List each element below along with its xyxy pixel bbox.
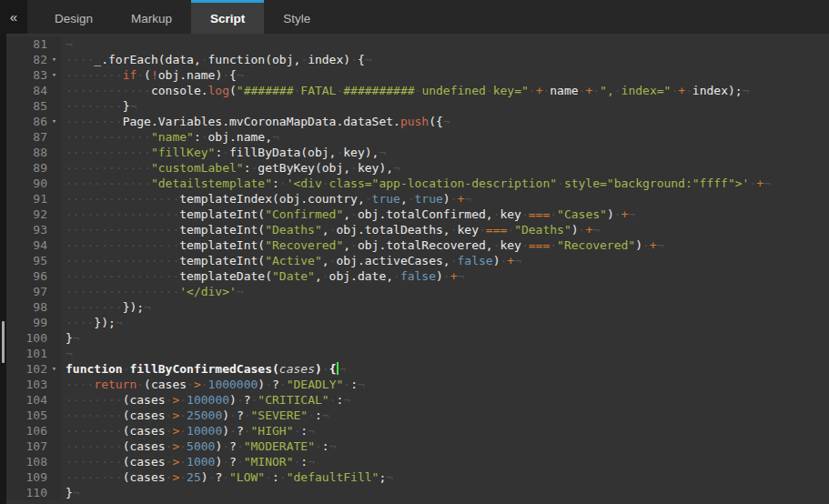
eol-mark: ¬: [458, 269, 465, 283]
code-line[interactable]: 110}¬: [6, 485, 829, 500]
code-lines[interactable]: 81¬82▾····_.forEach(data,·function(obj,·…: [6, 34, 829, 504]
code-token: +: [678, 84, 685, 97]
whitespace-dots: ·: [365, 192, 372, 206]
gutter-cell: 107: [6, 438, 61, 454]
code-token: ,: [400, 192, 408, 206]
whitespace-dots: ················: [66, 207, 179, 221]
whitespace-dots: ········: [66, 115, 123, 128]
whitespace-dots: ·: [279, 470, 287, 484]
whitespace-dots: ·: [393, 269, 400, 283]
fold-spacer: [47, 191, 61, 207]
gutter-cell: 102▾: [6, 361, 61, 377]
code-line[interactable]: 89············"customLabel":·getByKey(ob…: [6, 160, 829, 176]
code-token: >: [194, 378, 201, 391]
code-line[interactable]: 108········(cases·>·1000)·?·"MINOR"·:¬: [6, 454, 829, 469]
line-number: 92: [6, 207, 47, 222]
whitespace-dots: ·: [529, 84, 536, 97]
script-code-editor[interactable]: 81¬82▾····_.forEach(data,·function(obj,·…: [0, 34, 829, 504]
code-line[interactable]: 93················templateInt("Deaths",·…: [6, 222, 829, 237]
code-line[interactable]: 100}¬: [6, 330, 829, 346]
fold-arrow-icon[interactable]: ▾: [47, 361, 61, 377]
whitespace-dots: ·: [222, 470, 229, 484]
scrollbar-track[interactable]: [0, 34, 6, 504]
fold-arrow-icon[interactable]: ▾: [47, 67, 61, 83]
code-line[interactable]: 95················templateInt("Active",·…: [6, 253, 829, 268]
code-token: function: [66, 362, 123, 376]
code-text: ¬: [61, 346, 73, 361]
fold-arrow-icon[interactable]: ▾: [47, 114, 61, 129]
code-line[interactable]: 92················templateInt("Confirmed…: [6, 207, 829, 222]
whitespace-dots: ········: [66, 424, 123, 438]
code-token: "MINOR": [244, 455, 294, 469]
eol-mark: ¬: [628, 207, 635, 221]
code-text: ············console.log("#######·FATAL·#…: [61, 83, 749, 98]
code-line[interactable]: 101¬: [6, 346, 829, 361]
whitespace-dots: ·: [557, 176, 564, 190]
line-number: 106: [6, 423, 47, 438]
whitespace-dots: ·: [201, 130, 208, 144]
eol-mark: ¬: [386, 470, 393, 484]
code-line[interactable]: 97················'</div>'¬: [6, 284, 829, 299]
code-token: obj.totalDeaths,: [336, 223, 450, 237]
whitespace-dots: ·: [479, 223, 486, 237]
gutter-cell: 103: [6, 377, 61, 392]
code-token: true: [415, 192, 443, 206]
code-line[interactable]: 81¬: [6, 36, 829, 52]
gutter-cell: 93: [6, 222, 61, 237]
code-token: 10000: [187, 424, 222, 438]
code-line[interactable]: 96················templateDate("Date",·o…: [6, 268, 829, 284]
whitespace-dots: ·: [179, 470, 187, 484]
code-line[interactable]: 107········(cases·>·5000)·?·"MODERATE"·:…: [6, 438, 829, 454]
tab-design[interactable]: Design: [35, 0, 112, 34]
tab-markup[interactable]: Markup: [112, 0, 191, 34]
whitespace-dots: ·: [521, 207, 529, 221]
whitespace-dots: ·: [179, 393, 187, 407]
line-number: 108: [6, 454, 47, 469]
code-line[interactable]: 109········(cases·>·25)·?·"LOW"·:·"defau…: [6, 469, 829, 485]
code-text: ········if·(!obj.name)·{¬: [61, 67, 244, 83]
code-line[interactable]: 82▾····_.forEach(data,·function(obj,·ind…: [6, 52, 829, 67]
code-token: "fillKey": [151, 146, 215, 159]
code-line[interactable]: 99····});¬: [6, 315, 829, 330]
code-token: "Deaths": [514, 223, 571, 237]
code-token: "detailstemplate": [151, 176, 272, 190]
gutter-cell: 85: [6, 98, 61, 114]
line-number: 86: [6, 114, 47, 129]
eol-mark: ¬: [308, 424, 315, 438]
code-line[interactable]: 83▾········if·(!obj.name)·{¬: [6, 67, 829, 83]
whitespace-dots: ·: [265, 470, 272, 484]
code-token: "#######: [237, 84, 294, 97]
code-line[interactable]: 84············console.log("#######·FATAL…: [6, 83, 829, 98]
code-token: ): [222, 424, 229, 438]
code-line[interactable]: 91················templateIndex(obj.coun…: [6, 191, 829, 207]
code-token: 25000: [187, 408, 222, 422]
code-token: ): [201, 470, 208, 484]
code-line[interactable]: 106········(cases·>·10000)·?·"HIGH"·:¬: [6, 423, 829, 438]
code-text: function·fillByConfirmedCases(cases)·{¬: [61, 361, 346, 377]
tab-style[interactable]: Style: [264, 0, 329, 34]
code-token: templateInt(: [179, 238, 265, 252]
line-number: 89: [6, 160, 47, 176]
code-line[interactable]: 94················templateInt("Recovered…: [6, 237, 829, 253]
fold-spacer: [47, 222, 61, 237]
scrollbar-thumb[interactable]: [2, 321, 5, 363]
code-token: 1000000: [208, 378, 258, 391]
gutter-cell: 86▾: [6, 114, 61, 129]
code-line[interactable]: 87············"name":·obj.name,¬: [6, 129, 829, 145]
code-line[interactable]: 105········(cases·>·25000)·?·"SEVERE"·:¬: [6, 408, 829, 423]
collapse-panel-button[interactable]: «: [0, 0, 27, 34]
code-line[interactable]: 104········(cases·>·100000)·?·"CRITICAL"…: [6, 392, 829, 408]
eol-mark: ¬: [592, 223, 600, 237]
code-line[interactable]: 85········}¬: [6, 98, 829, 114]
fold-spacer: [47, 284, 61, 299]
code-line[interactable]: 88············"fillKey":·fillByData(obj,…: [6, 145, 829, 160]
code-token: ,: [315, 269, 322, 283]
code-line[interactable]: 98········});¬: [6, 299, 829, 315]
code-line[interactable]: 90············"detailstemplate":·'<div·c…: [6, 176, 829, 191]
fold-arrow-icon[interactable]: ▾: [47, 52, 61, 67]
code-line[interactable]: 102▾function·fillByConfirmedCases(cases)…: [6, 361, 829, 377]
code-line[interactable]: 86▾········Page.Variables.mvCoronaMapDat…: [6, 114, 829, 129]
code-line[interactable]: 103····return·(cases·>·1000000)·?·"DEADL…: [6, 377, 829, 392]
code-token: "Active": [265, 254, 322, 267]
tab-script[interactable]: Script: [191, 0, 264, 34]
